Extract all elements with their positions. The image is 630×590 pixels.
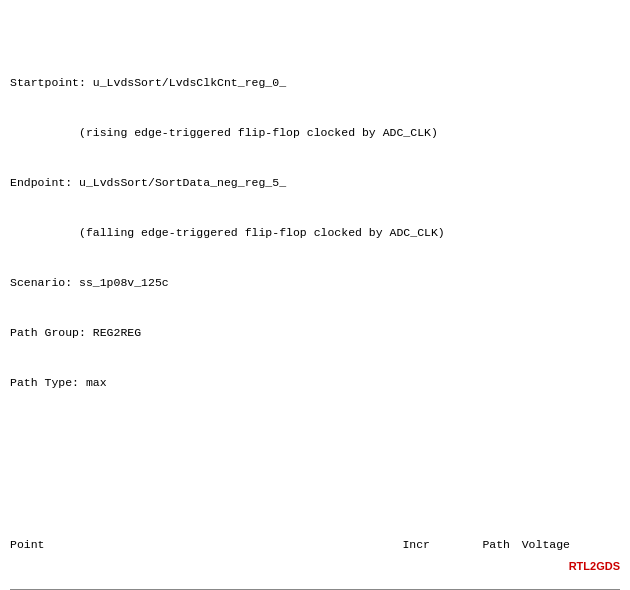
startpoint-detail: (rising edge-triggered flip-flop clocked…	[10, 125, 620, 142]
col-header-volt: Voltage	[510, 537, 570, 554]
endpoint-line: Endpoint: u_LvdsSort/SortData_neg_reg_5_	[10, 175, 620, 192]
timing-table: Point Incr Path Voltage clock ADC_CLK (r…	[10, 487, 620, 590]
endpoint-detail: (falling edge-triggered flip-flop clocke…	[10, 225, 620, 242]
col-header-incr: Incr	[350, 537, 430, 554]
path-type-line: Path Type: max	[10, 375, 620, 392]
table-header-row: Point Incr Path Voltage	[10, 537, 620, 554]
col-header-point: Point	[10, 537, 350, 554]
col-header-path: Path	[430, 537, 510, 554]
header: Startpoint: u_LvdsSort/LvdsClkCnt_reg_0_…	[10, 41, 620, 424]
watermark: RTL2GDS	[569, 560, 620, 572]
scenario-line: Scenario: ss_1p08v_125c	[10, 275, 620, 292]
path-group-line: Path Group: REG2REG	[10, 325, 620, 342]
timing-report: Startpoint: u_LvdsSort/LvdsClkCnt_reg_0_…	[10, 8, 620, 590]
startpoint-line: Startpoint: u_LvdsSort/LvdsClkCnt_reg_0_	[10, 75, 620, 92]
